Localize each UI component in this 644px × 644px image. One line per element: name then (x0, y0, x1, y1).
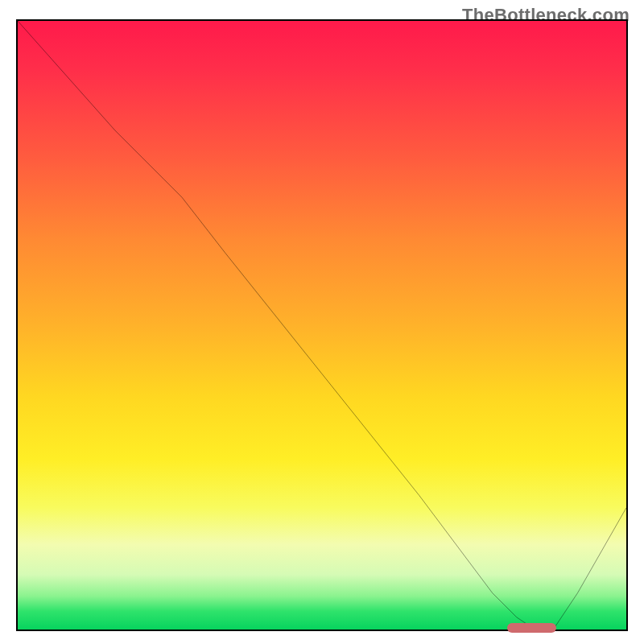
bottleneck-curve (18, 21, 626, 630)
plot-area (16, 19, 628, 631)
chart-root: TheBottleneck.com (0, 0, 644, 644)
optimum-marker (507, 623, 556, 633)
